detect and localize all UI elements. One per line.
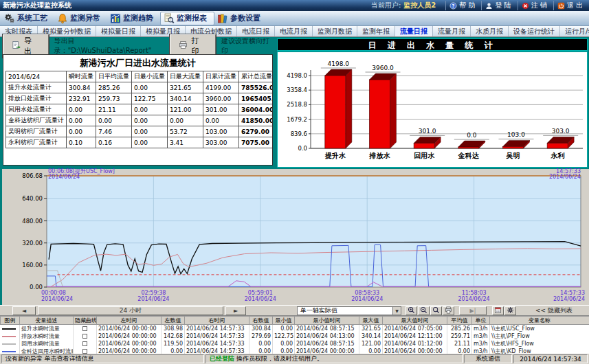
- trend-x-time-label: 08:58:33: [355, 290, 379, 296]
- menu-item-system-process[interactable]: 系统工艺: [1, 12, 54, 25]
- status-datetime-text: 2014/6/24 14:57:34: [520, 356, 581, 363]
- flow-cell: 0.00: [203, 115, 239, 126]
- flow-row-name: 提升水处流量计: [6, 82, 67, 93]
- print-trend-button[interactable]: [443, 306, 454, 315]
- alarm-status-text: 没有新的异常 单击查看详情信息: [5, 354, 94, 363]
- menu-item-label: 参数设置: [230, 13, 260, 23]
- flow-cell: 36004.00: [239, 104, 274, 115]
- hide-curve-checkbox[interactable]: [82, 334, 87, 339]
- trend-x-time-label: 14:57:33: [560, 290, 585, 296]
- hide-curve-checkbox[interactable]: [82, 341, 87, 346]
- menu-item-alarm[interactable]: 监测异常: [54, 12, 107, 25]
- subtab-10[interactable]: 流量月报: [433, 26, 471, 36]
- legend-line-icon: [2, 336, 16, 337]
- zoom-in-icon: [408, 306, 415, 315]
- zoom-reset-icon: [432, 306, 440, 315]
- logout-button[interactable]: 注 销: [518, 1, 551, 10]
- curve-table-col-header: 图例: [1, 317, 20, 325]
- flow-cell: 6279.00: [239, 126, 274, 137]
- exit-button[interactable]: 退 出: [553, 1, 586, 10]
- flow-row-name: 永利纺织厂流量计: [6, 137, 67, 148]
- hide-curve-checkbox[interactable]: [82, 326, 87, 331]
- flow-row-name: 排放口处流量计: [6, 93, 67, 104]
- bar-category-label: 永利: [550, 152, 564, 159]
- bar-value-label: 303.0: [552, 128, 570, 135]
- curve-cell: 2014/06/24 00:00:00: [97, 348, 162, 354]
- export-icon: [12, 41, 21, 52]
- curve-table: 图例变量描述隐藏曲线左时间左数值右时间右数值最小值最小值时间最大值最大值时间平均…: [0, 316, 589, 354]
- login-button[interactable]: 登 陆: [481, 1, 514, 10]
- bar-chart-panel: 日 进 出 水 量 统 计 4198.03358.42518.81679.283…: [276, 37, 589, 169]
- subtab-8[interactable]: 监测年报: [357, 26, 395, 36]
- flow-table: 2014/6/24瞬时流量日平均流量日最小流量日最大流量日累计流量累计总流量提升…: [5, 71, 273, 148]
- trend-x-date-label: 2014/06/24: [351, 296, 383, 302]
- trend-y-tick-label: 806.68: [22, 172, 43, 179]
- curve-table-col-header: 右时间: [185, 317, 249, 325]
- report-icon: [164, 13, 175, 24]
- gears-icon: [4, 13, 15, 24]
- trend-y-tick-label: 160.00: [22, 262, 43, 269]
- curve-cell: 0.00: [273, 325, 295, 333]
- flow-report-panel: 导 出 导出目录："D:\WuShuiData\Report" 打 印 建议设置…: [0, 37, 276, 169]
- zoom-in-button[interactable]: [405, 306, 417, 315]
- flow-cell: 0.00: [132, 137, 168, 148]
- curve-cell: 2014/06/24 12:11:00: [383, 332, 447, 340]
- calendar-icon: [494, 306, 502, 315]
- curve-cell: 0.00: [447, 348, 472, 354]
- subtab-13[interactable]: 运行月/年报: [560, 26, 589, 36]
- curve-table-col-header: 最小值: [273, 317, 295, 325]
- menu-item-trend[interactable]: 监测趋势: [107, 12, 160, 25]
- subtab-12[interactable]: 设备运行统计: [509, 26, 560, 36]
- subtab-7[interactable]: 监测月数据: [313, 26, 357, 36]
- subtab-6[interactable]: 电流月报: [275, 26, 313, 36]
- subtab-5[interactable]: 电流日报: [237, 26, 275, 36]
- curve-cell: 0.00: [249, 348, 273, 354]
- trend-icon: [110, 13, 121, 24]
- value-mode-select[interactable]: 单一轴实际值 ▼: [297, 306, 401, 315]
- curve-cell: 2014/06/24 00:00:00: [97, 340, 162, 348]
- table-row: 排放口处流量计232.91259.73122.75340.143960.0019…: [6, 93, 274, 104]
- help-button[interactable]: ? 帮 助: [445, 1, 478, 10]
- curve-cell: m3/h: [472, 325, 490, 333]
- login-message: 操作员权限，请及时注销用户。: [236, 354, 323, 363]
- zoom-reset-button[interactable]: [430, 306, 442, 315]
- time-range-slider[interactable]: 24 小时: [38, 306, 223, 315]
- scroll-right-button[interactable]: ►: [225, 306, 246, 315]
- curve-cell: 2014/06/24 14:57:33: [185, 325, 249, 333]
- table-row: 金科达纺织厂流量计0.000.000.000.000.0041850.00: [6, 115, 274, 126]
- table-row: 提升水瞬时流量2014/06/24 00:00:00308.982014/06/…: [1, 325, 589, 333]
- menu-item-settings[interactable]: 参数设置: [214, 12, 267, 25]
- calendar-button[interactable]: [492, 306, 504, 315]
- settings-icon: [217, 13, 228, 24]
- subtab-11[interactable]: 水质月报: [471, 26, 509, 36]
- menu-item-label: 系统工艺: [17, 13, 47, 23]
- curve-table-col-header: 隐藏曲线: [74, 317, 97, 325]
- printer-icon: [179, 41, 188, 52]
- bar-side-face: [390, 73, 397, 148]
- hide-curve-checkbox[interactable]: [82, 349, 87, 354]
- curve-cell: 2014/06/24 08:57:15: [295, 325, 359, 333]
- menu-item-reports[interactable]: 监测报表: [160, 12, 214, 25]
- subtab-9[interactable]: 流量日报: [395, 26, 433, 36]
- flow-cell: 0.00: [67, 126, 96, 137]
- curve-cell: 2014/06/24 07:05:00: [383, 325, 447, 333]
- flow-cell: 1965405.00: [239, 93, 274, 104]
- trend-controls: ◄ 24 小时 ► 单一轴实际值 ▼ ▶| << 隐藏列表: [0, 305, 589, 315]
- zoom-out-button[interactable]: [418, 306, 430, 315]
- curve-cell: 259.71: [447, 332, 472, 340]
- play-button[interactable]: ▶|: [459, 306, 487, 315]
- bar-chart-title: 日 进 出 水 量 统 计: [277, 38, 588, 51]
- time-range-label: 24 小时: [120, 306, 142, 315]
- flow-cell: 0.16: [96, 137, 132, 148]
- flow-cell: 0.00: [168, 115, 203, 126]
- alarm-status[interactable]: 没有新的异常 单击查看详情信息: [1, 354, 204, 363]
- help-icon: ?: [449, 2, 457, 10]
- table-row: 回用水处流量计0.0021.110.00121.00301.0036004.00: [6, 104, 274, 115]
- flow-cell: 0.00: [96, 115, 132, 126]
- curve-legend-cell: [1, 332, 20, 340]
- hide-list-button[interactable]: << 隐藏列表: [521, 306, 587, 315]
- scroll-left-button[interactable]: ◄: [12, 306, 36, 315]
- settings-gear-button[interactable]: [504, 306, 516, 315]
- curve-cell: 122.75: [273, 332, 295, 340]
- subtab-2[interactable]: 模拟量日报: [96, 26, 141, 36]
